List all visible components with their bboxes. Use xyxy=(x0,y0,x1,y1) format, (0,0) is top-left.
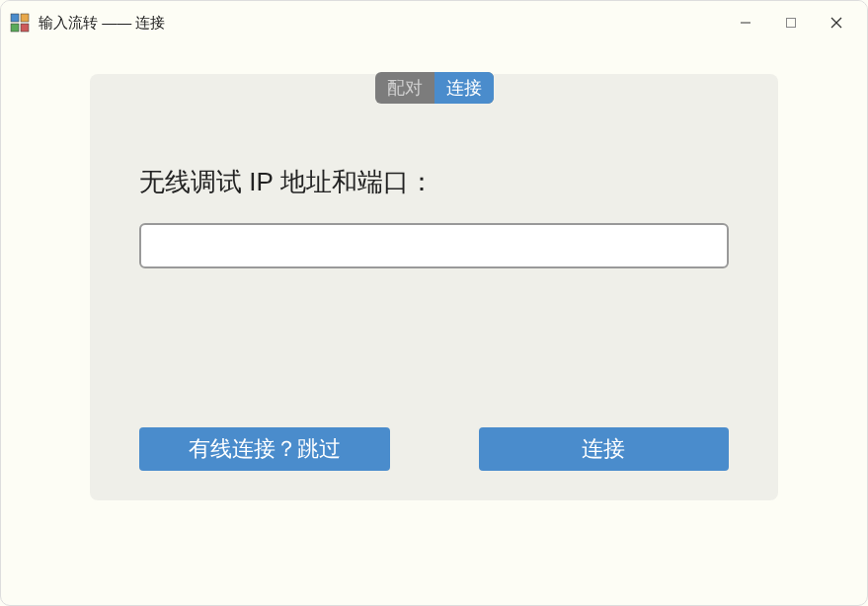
tab-group: 配对 连接 xyxy=(375,72,494,104)
form-area: 无线调试 IP 地址和端口： xyxy=(90,106,778,268)
tab-connect[interactable]: 连接 xyxy=(434,72,494,104)
main-panel: 配对 连接 无线调试 IP 地址和端口： 有线连接？跳过 连接 xyxy=(90,74,778,500)
maximize-button[interactable] xyxy=(768,3,814,42)
svg-rect-3 xyxy=(21,24,29,32)
button-row: 有线连接？跳过 连接 xyxy=(139,427,729,471)
minimize-button[interactable] xyxy=(723,3,768,42)
connect-button[interactable]: 连接 xyxy=(479,427,730,471)
tab-container: 配对 连接 xyxy=(90,72,778,104)
titlebar: 输入流转 —— 连接 xyxy=(1,1,867,44)
ip-port-label: 无线调试 IP 地址和端口： xyxy=(139,165,729,199)
svg-rect-5 xyxy=(787,19,796,28)
ip-port-input[interactable] xyxy=(139,223,729,268)
window-controls xyxy=(723,3,859,42)
skip-button[interactable]: 有线连接？跳过 xyxy=(139,427,390,471)
svg-rect-0 xyxy=(11,14,19,22)
app-icon xyxy=(9,12,31,34)
close-button[interactable] xyxy=(814,3,859,42)
svg-rect-1 xyxy=(21,14,29,22)
window-title: 输入流转 —— 连接 xyxy=(39,14,723,33)
tab-pair[interactable]: 配对 xyxy=(375,72,434,104)
svg-rect-2 xyxy=(11,24,19,32)
